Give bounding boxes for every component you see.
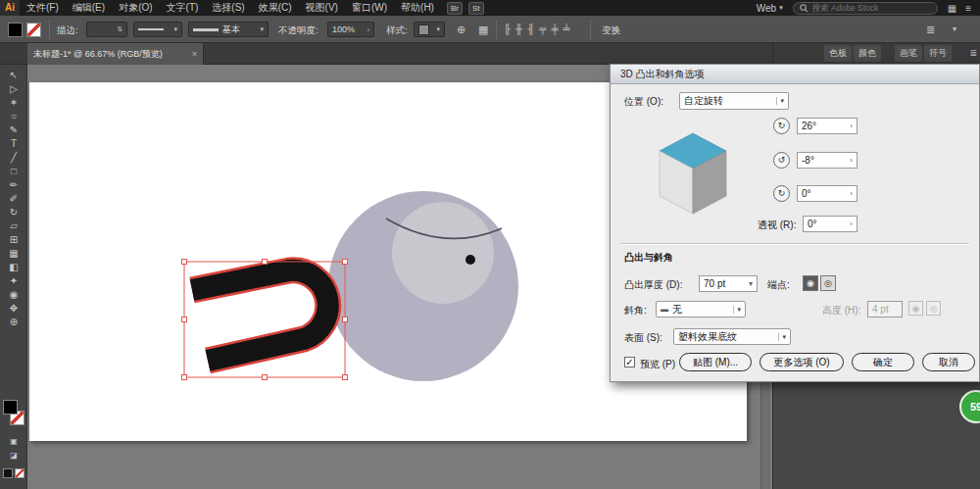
color-mode-swatch[interactable] <box>3 468 13 478</box>
bevel-value: 无 <box>672 303 682 317</box>
stroke-weight-stepper[interactable]: ⇅ <box>86 22 127 37</box>
align-left-icon[interactable]: ╟ <box>504 24 511 34</box>
pencil-tool[interactable]: ✐ <box>0 192 27 206</box>
eye-dot[interactable] <box>466 255 475 265</box>
menu-file[interactable]: 文件(F) <box>20 0 66 16</box>
preferences-grid-icon[interactable]: ▦ <box>478 24 488 35</box>
stock-search[interactable] <box>793 2 938 15</box>
none-swatch[interactable] <box>15 468 24 478</box>
chevron-right-icon: › <box>850 220 853 228</box>
panel-options-icon[interactable]: ≣ <box>926 24 935 35</box>
opacity-field[interactable]: 100%› <box>327 22 374 37</box>
document-tab[interactable]: 未标题-1* @ 66.67% (RGB/预览) × <box>27 43 204 65</box>
bridge-button[interactable]: Br <box>447 2 463 15</box>
bevel-dropdown[interactable]: ▬ 无 ▾ <box>656 301 746 318</box>
blend-tool[interactable]: ◉ <box>0 288 27 302</box>
rotate-y-value: -8° <box>802 155 814 166</box>
preview-checkbox[interactable]: ✓ <box>624 357 635 367</box>
search-input[interactable] <box>812 3 930 13</box>
rotate-tool[interactable]: ↻ <box>0 206 27 220</box>
magic-wand-tool[interactable]: ✶ <box>0 96 27 110</box>
rotate-x-icon[interactable]: ↻ <box>773 118 790 134</box>
eyedropper-tool[interactable]: ✦ <box>0 274 27 288</box>
lasso-tool[interactable]: ○ <box>0 110 27 123</box>
search-icon <box>800 4 808 13</box>
app-menu-icon[interactable]: ≡ <box>965 3 971 14</box>
bevel-label: 斜角: <box>624 304 647 318</box>
rotate-x-field[interactable]: 26°› <box>797 118 858 134</box>
pen-tool[interactable]: ✎ <box>0 123 27 137</box>
draw-normal-icon[interactable]: ▣ <box>0 435 27 449</box>
workspace-switcher[interactable]: Web ▾ <box>757 3 783 14</box>
align-right-icon[interactable]: ╢ <box>527 24 534 34</box>
chevron-down-icon: ▾ <box>173 25 177 33</box>
perspective-field[interactable]: 0°› <box>803 216 858 232</box>
menu-effect[interactable]: 效果(C) <box>252 0 299 16</box>
menu-edit[interactable]: 编辑(E) <box>66 0 112 16</box>
stock-button[interactable]: St <box>468 2 484 15</box>
dock-tab-色板[interactable]: 色板 <box>824 45 852 62</box>
dock-tab-颜色[interactable]: 颜色 <box>854 45 881 62</box>
style-dropdown[interactable]: ▾ <box>414 22 445 37</box>
stroke-swatch[interactable] <box>26 23 41 37</box>
cancel-button[interactable]: 取消 <box>922 353 975 371</box>
menu-type[interactable]: 文字(T) <box>160 0 206 16</box>
draw-behind-icon[interactable]: ◪ <box>0 449 27 463</box>
dialog-title[interactable]: 3D 凸出和斜角选项 <box>611 65 979 84</box>
transform-label[interactable]: 变换 <box>602 24 620 37</box>
chevron-right-icon: › <box>850 189 853 198</box>
zoom-tool[interactable]: ⊕ <box>0 316 27 329</box>
align-center-h-icon[interactable]: ╫ <box>515 24 522 34</box>
align-middle-icon[interactable]: ╪ <box>551 24 558 34</box>
brush-stroke-icon <box>193 28 219 31</box>
cap-solid-button[interactable]: ◉ <box>803 275 818 291</box>
direct-selection-tool[interactable]: ▷ <box>0 82 27 96</box>
rotation-cube-preview[interactable] <box>638 123 740 221</box>
rotate-z-icon[interactable]: ↻ <box>773 185 790 202</box>
dock-tab-画笔[interactable]: 画笔 <box>895 45 922 62</box>
close-tab-icon[interactable]: × <box>192 49 197 59</box>
hand-tool[interactable]: ✥ <box>0 302 27 316</box>
extrude-depth-field[interactable]: 70 pt▾ <box>699 275 758 292</box>
menu-object[interactable]: 对象(O) <box>112 0 159 16</box>
document-setup-icon[interactable]: ⊕ <box>457 24 466 35</box>
menu-select[interactable]: 选择(S) <box>205 0 251 16</box>
paintbrush-tool[interactable]: ✏ <box>0 178 27 192</box>
gradient-tool[interactable]: ◧ <box>0 261 27 274</box>
type-tool[interactable]: T <box>0 137 27 151</box>
ok-button[interactable]: 确定 <box>852 353 914 371</box>
scale-tool[interactable]: ▱ <box>0 220 27 233</box>
align-bottom-icon[interactable]: ╧ <box>563 24 569 34</box>
selection-tool[interactable]: ↖ <box>0 69 27 82</box>
menu-window[interactable]: 窗口(W) <box>345 0 394 16</box>
arrange-documents-icon[interactable]: ▦ <box>948 3 956 14</box>
cap-hollow-button[interactable]: ◎ <box>820 275 836 291</box>
position-dropdown[interactable]: 自定旋转 ▾ <box>679 92 789 110</box>
bevel-height-field: 4 pt <box>867 301 903 318</box>
fill-color-swatch[interactable] <box>3 400 18 415</box>
rotate-y-icon[interactable]: ↺ <box>773 152 790 169</box>
surface-dropdown[interactable]: 塑料效果底纹 ▾ <box>673 328 791 345</box>
fill-swatch[interactable] <box>8 23 23 37</box>
workspace-label: Web <box>757 3 776 14</box>
brush-definition-dropdown[interactable]: 基本▾ <box>188 22 269 37</box>
variable-width-dropdown[interactable]: ▾ <box>133 22 182 37</box>
rotate-y-field[interactable]: -8°› <box>797 152 858 169</box>
rotate-z-field[interactable]: 0°› <box>797 185 858 202</box>
dock-tab-符号[interactable]: 符号 <box>924 45 952 62</box>
menu-view[interactable]: 视图(V) <box>299 0 345 16</box>
face-shape[interactable] <box>392 202 494 304</box>
dock-collapse-icon[interactable]: ≣ <box>969 48 977 58</box>
rectangle-tool[interactable]: □ <box>0 165 27 178</box>
dialog-3d-extrude-bevel: 3D 凸出和斜角选项 位置 (O): 自定旋转 ▾ ↻ 26°› ↺ -8°› … <box>610 64 980 382</box>
notification-badge[interactable]: 59 <box>959 390 980 423</box>
collapse-chevron-icon[interactable]: ▾ <box>953 24 956 35</box>
menu-help[interactable]: 帮助(H) <box>394 0 441 16</box>
map-art-button[interactable]: 贴图 (M)... <box>679 353 752 371</box>
line-segment-tool[interactable]: ╱ <box>0 151 27 165</box>
mesh-tool[interactable]: ▦ <box>0 247 27 261</box>
shape-builder-tool[interactable]: ⊞ <box>0 233 27 247</box>
more-options-button[interactable]: 更多选项 (O) <box>760 353 844 371</box>
chevron-down-icon: ▾ <box>779 4 783 12</box>
align-top-icon[interactable]: ╤ <box>539 24 546 34</box>
